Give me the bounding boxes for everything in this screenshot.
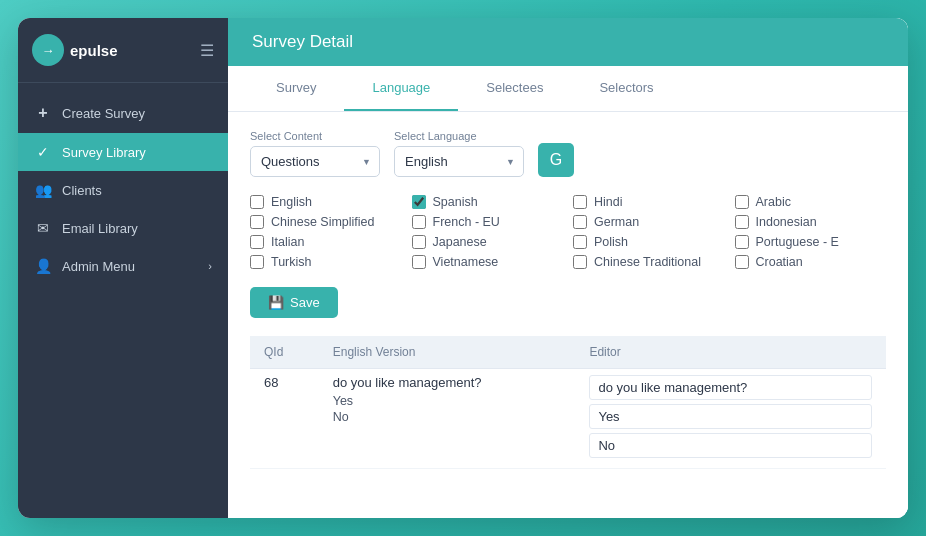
sidebar-item-clients[interactable]: 👥 Clients — [18, 171, 228, 209]
checkbox-croatian[interactable] — [735, 255, 749, 269]
checkbox-portuguese-e[interactable] — [735, 235, 749, 249]
sidebar-item-label: Admin Menu — [62, 259, 135, 274]
language-checkbox-french-eu[interactable]: French - EU — [412, 215, 564, 229]
language-label-italian: Italian — [271, 235, 304, 249]
language-checkbox-vietnamese[interactable]: Vietnamese — [412, 255, 564, 269]
col-english-version: English Version — [319, 336, 576, 369]
language-label-german: German — [594, 215, 639, 229]
language-label-polish: Polish — [594, 235, 628, 249]
content-area: Select Content Questions Responses Selec… — [228, 112, 908, 518]
tab-selectees[interactable]: Selectees — [458, 66, 571, 111]
language-checkbox-spanish[interactable]: Spanish — [412, 195, 564, 209]
language-label-indonesian: Indonesian — [756, 215, 817, 229]
save-label: Save — [290, 295, 320, 310]
language-checkbox-turkish[interactable]: Turkish — [250, 255, 402, 269]
sidebar: → epulse ☰ + Create Survey ✓ Survey Libr… — [18, 18, 228, 518]
save-button[interactable]: 💾 Save — [250, 287, 338, 318]
checkbox-chinese-traditional[interactable] — [573, 255, 587, 269]
language-checkbox-chinese-simplified[interactable]: Chinese Simplified — [250, 215, 402, 229]
tab-survey[interactable]: Survey — [248, 66, 344, 111]
sidebar-header: → epulse ☰ — [18, 18, 228, 83]
qid-cell: 68 — [250, 369, 319, 469]
chevron-right-icon: › — [208, 260, 212, 272]
checkbox-german[interactable] — [573, 215, 587, 229]
language-label-vietnamese: Vietnamese — [433, 255, 499, 269]
table-header-row: QId English Version Editor — [250, 336, 886, 369]
main-header: Survey Detail — [228, 18, 908, 66]
language-checkbox-german[interactable]: German — [573, 215, 725, 229]
sidebar-item-create-survey[interactable]: + Create Survey — [18, 93, 228, 133]
checkbox-vietnamese[interactable] — [412, 255, 426, 269]
logo-icon: → — [32, 34, 64, 66]
select-content-wrapper: Questions Responses — [250, 146, 380, 177]
select-content-label: Select Content — [250, 130, 380, 142]
language-checkbox-hindi[interactable]: Hindi — [573, 195, 725, 209]
sidebar-item-label: Survey Library — [62, 145, 146, 160]
hamburger-icon[interactable]: ☰ — [200, 41, 214, 60]
checkbox-polish[interactable] — [573, 235, 587, 249]
language-checkbox-polish[interactable]: Polish — [573, 235, 725, 249]
col-editor: Editor — [575, 336, 886, 369]
checkbox-arabic[interactable] — [735, 195, 749, 209]
app-window: → epulse ☰ + Create Survey ✓ Survey Libr… — [18, 18, 908, 518]
tab-selectors[interactable]: Selectors — [571, 66, 681, 111]
language-label-arabic: Arabic — [756, 195, 791, 209]
sidebar-item-admin-menu[interactable]: 👤 Admin Menu › — [18, 247, 228, 285]
select-language-wrapper: English Spanish French — [394, 146, 524, 177]
email-icon: ✉ — [34, 220, 52, 236]
checkbox-chinese-simplified[interactable] — [250, 215, 264, 229]
add-language-button[interactable]: G — [538, 143, 574, 177]
language-label-portuguese-e: Portuguese - E — [756, 235, 839, 249]
select-content-dropdown[interactable]: Questions Responses — [250, 146, 380, 177]
languages-checkbox-grid: EnglishSpanishHindiArabicChinese Simplif… — [250, 195, 886, 269]
select-language-dropdown[interactable]: English Spanish French — [394, 146, 524, 177]
language-label-chinese-simplified: Chinese Simplified — [271, 215, 375, 229]
page-title: Survey Detail — [252, 32, 353, 52]
checkbox-japanese[interactable] — [412, 235, 426, 249]
language-checkbox-japanese[interactable]: Japanese — [412, 235, 564, 249]
language-checkbox-chinese-traditional[interactable]: Chinese Traditional — [573, 255, 725, 269]
language-label-spanish: Spanish — [433, 195, 478, 209]
language-checkbox-croatian[interactable]: Croatian — [735, 255, 887, 269]
language-checkbox-arabic[interactable]: Arabic — [735, 195, 887, 209]
language-checkbox-italian[interactable]: Italian — [250, 235, 402, 249]
question-text: do you like management? — [333, 375, 562, 390]
sidebar-nav: + Create Survey ✓ Survey Library 👥 Clien… — [18, 83, 228, 518]
sidebar-item-label: Clients — [62, 183, 102, 198]
tabs-bar: Survey Language Selectees Selectors — [228, 66, 908, 112]
checkbox-english[interactable] — [250, 195, 264, 209]
answer-option: No — [333, 410, 562, 424]
checkbox-spanish[interactable] — [412, 195, 426, 209]
language-label-english: English — [271, 195, 312, 209]
tab-language[interactable]: Language — [344, 66, 458, 111]
language-checkbox-english[interactable]: English — [250, 195, 402, 209]
english-version-cell: do you like management?YesNo — [319, 369, 576, 469]
language-label-hindi: Hindi — [594, 195, 623, 209]
content-field-group: Select Content Questions Responses — [250, 130, 380, 177]
editor-answer-input[interactable] — [589, 404, 872, 429]
save-icon: 💾 — [268, 295, 284, 310]
logo-text: epulse — [70, 42, 118, 59]
select-language-label: Select Language — [394, 130, 524, 142]
checkbox-hindi[interactable] — [573, 195, 587, 209]
language-label-japanese: Japanese — [433, 235, 487, 249]
check-icon: ✓ — [34, 144, 52, 160]
checkbox-indonesian[interactable] — [735, 215, 749, 229]
editor-question-input[interactable] — [589, 375, 872, 400]
plus-icon: + — [34, 104, 52, 122]
answer-option: Yes — [333, 394, 562, 408]
data-table: QId English Version Editor 68do you like… — [250, 336, 886, 469]
language-label-turkish: Turkish — [271, 255, 312, 269]
editor-cell — [575, 369, 886, 469]
col-qid: QId — [250, 336, 319, 369]
checkbox-turkish[interactable] — [250, 255, 264, 269]
language-checkbox-portuguese-e[interactable]: Portuguese - E — [735, 235, 887, 249]
sidebar-item-survey-library[interactable]: ✓ Survey Library — [18, 133, 228, 171]
checkbox-french-eu[interactable] — [412, 215, 426, 229]
checkbox-italian[interactable] — [250, 235, 264, 249]
main-content: Survey Detail Survey Language Selectees … — [228, 18, 908, 518]
sidebar-item-email-library[interactable]: ✉ Email Library — [18, 209, 228, 247]
sidebar-item-label: Create Survey — [62, 106, 145, 121]
editor-answer-input[interactable] — [589, 433, 872, 458]
language-checkbox-indonesian[interactable]: Indonesian — [735, 215, 887, 229]
